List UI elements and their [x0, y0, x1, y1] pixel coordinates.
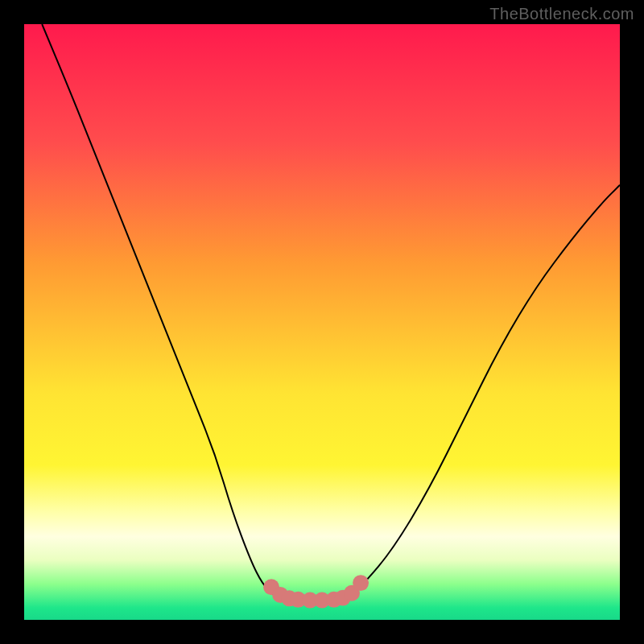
marker-dot [353, 575, 369, 591]
bottom-markers [263, 575, 369, 608]
watermark-text: TheBottleneck.com [489, 5, 634, 23]
bottleneck-curve [42, 24, 620, 601]
chart-curve-svg [24, 24, 620, 620]
chart-stage: TheBottleneck.com [0, 0, 644, 644]
